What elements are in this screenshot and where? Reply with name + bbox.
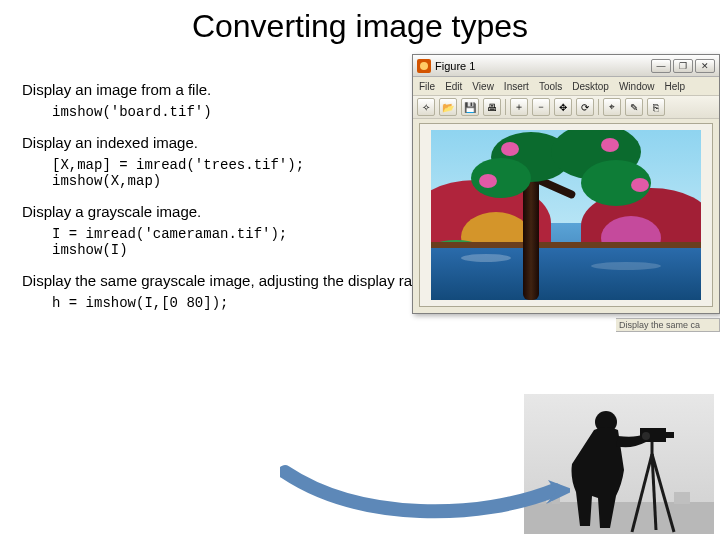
pan-icon[interactable]: ✥ <box>554 98 572 116</box>
menu-tools[interactable]: Tools <box>539 81 562 92</box>
slide-title: Converting image types <box>0 0 720 45</box>
open-icon[interactable]: 📂 <box>439 98 457 116</box>
minimize-button[interactable]: — <box>651 59 671 73</box>
save-icon[interactable]: 💾 <box>461 98 479 116</box>
menu-insert[interactable]: Insert <box>504 81 529 92</box>
figure-canvas[interactable] <box>419 123 713 307</box>
svg-point-12 <box>642 432 650 440</box>
svg-rect-3 <box>552 486 560 504</box>
new-icon[interactable]: ✧ <box>417 98 435 116</box>
rotate-icon[interactable]: ⟳ <box>576 98 594 116</box>
window-buttons: — ❐ ✕ <box>651 59 715 73</box>
print-icon[interactable]: 🖶 <box>483 98 501 116</box>
menu-edit[interactable]: Edit <box>445 81 462 92</box>
svg-rect-10 <box>664 432 674 438</box>
window-title: Figure 1 <box>435 60 475 72</box>
svg-rect-1 <box>524 502 714 534</box>
menu-window[interactable]: Window <box>619 81 655 92</box>
maximize-button[interactable]: ❐ <box>673 59 693 73</box>
toolbar-sep <box>598 99 599 115</box>
matlab-figure-window: Figure 1 — ❐ ✕ File Edit View Insert Too… <box>412 54 720 314</box>
trees-image <box>431 130 701 300</box>
toolbar: ✧ 📂 💾 🖶 ＋ － ✥ ⟳ ⌖ ✎ ⎘ <box>413 95 719 119</box>
menu-view[interactable]: View <box>472 81 494 92</box>
matlab-app-icon <box>417 59 431 73</box>
brush-icon[interactable]: ✎ <box>625 98 643 116</box>
menu-help[interactable]: Help <box>665 81 686 92</box>
window-titlebar[interactable]: Figure 1 — ❐ ✕ <box>413 55 719 77</box>
cropped-caption: Display the same ca <box>616 318 720 332</box>
menu-bar: File Edit View Insert Tools Desktop Wind… <box>413 77 719 95</box>
toolbar-sep <box>505 99 506 115</box>
link-icon[interactable]: ⎘ <box>647 98 665 116</box>
close-button[interactable]: ✕ <box>695 59 715 73</box>
svg-rect-2 <box>534 490 546 504</box>
data-cursor-icon[interactable]: ⌖ <box>603 98 621 116</box>
cameraman-image <box>524 394 714 534</box>
svg-rect-4 <box>674 492 690 504</box>
zoom-out-icon[interactable]: － <box>532 98 550 116</box>
zoom-in-icon[interactable]: ＋ <box>510 98 528 116</box>
menu-file[interactable]: File <box>419 81 435 92</box>
menu-desktop[interactable]: Desktop <box>572 81 609 92</box>
